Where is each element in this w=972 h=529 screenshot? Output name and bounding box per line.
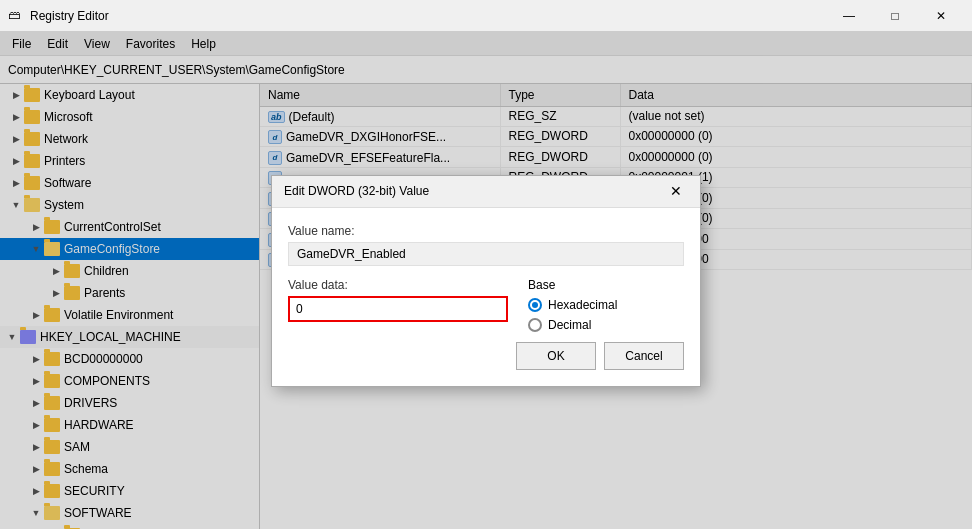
radio-hexadecimal[interactable]: Hexadecimal — [528, 298, 684, 312]
base-group: Base Hexadecimal Decimal — [528, 278, 684, 332]
edit-dword-dialog: Edit DWORD (32-bit) Value ✕ Value name: … — [271, 175, 701, 387]
modal-overlay: Edit DWORD (32-bit) Value ✕ Value name: … — [0, 32, 972, 529]
radio-hex-label: Hexadecimal — [548, 298, 617, 312]
close-button[interactable]: ✕ — [918, 0, 964, 32]
title-bar: 🗃 Registry Editor — □ ✕ — [0, 0, 972, 32]
cancel-button[interactable]: Cancel — [604, 342, 684, 370]
dialog-close-button[interactable]: ✕ — [664, 179, 688, 203]
dialog-titlebar: Edit DWORD (32-bit) Value ✕ — [272, 176, 700, 208]
value-name-display: GameDVR_Enabled — [288, 242, 684, 266]
window-controls: — □ ✕ — [826, 0, 964, 32]
value-data-input[interactable] — [288, 296, 508, 322]
base-radio-group: Hexadecimal Decimal — [528, 298, 684, 332]
dialog-title: Edit DWORD (32-bit) Value — [284, 184, 664, 198]
minimize-button[interactable]: — — [826, 0, 872, 32]
maximize-button[interactable]: □ — [872, 0, 918, 32]
ok-button[interactable]: OK — [516, 342, 596, 370]
radio-decimal-label: Decimal — [548, 318, 591, 332]
window-title: Registry Editor — [30, 9, 826, 23]
dialog-buttons: OK Cancel — [288, 334, 684, 370]
radio-decimal[interactable]: Decimal — [528, 318, 684, 332]
value-data-label: Value data: — [288, 278, 508, 292]
radio-circle-hex — [528, 298, 542, 312]
base-label: Base — [528, 278, 684, 292]
app-icon: 🗃 — [8, 8, 24, 24]
dialog-body: Value name: GameDVR_Enabled Value data: … — [272, 208, 700, 386]
radio-circle-decimal — [528, 318, 542, 332]
value-name-label: Value name: — [288, 224, 684, 238]
